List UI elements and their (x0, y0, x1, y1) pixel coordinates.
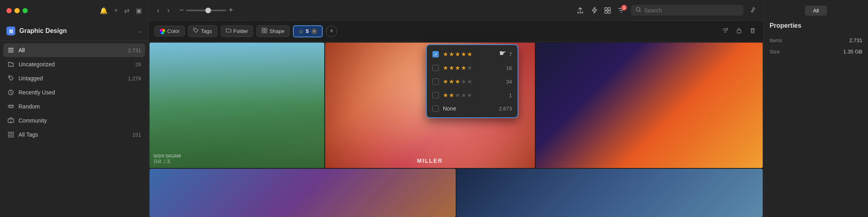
star-filter-close[interactable]: ✕ (311, 29, 317, 34)
maximize-button[interactable] (23, 8, 28, 13)
star-5-display: ★ ★ ★ ★ ★ (443, 51, 497, 58)
image-dark-art[interactable] (536, 43, 763, 168)
filter-badge: 1 (621, 5, 627, 10)
filter-button[interactable]: 1 (616, 5, 627, 16)
sidebar-nav: All 2,731 Uncategorized 29 Untagged 1,27… (0, 41, 148, 144)
forward-button[interactable]: › (164, 5, 172, 16)
shape-icon (262, 28, 267, 35)
color-dot-icon (160, 29, 165, 34)
prop-items-row: Items 2,731 (770, 35, 862, 46)
svg-rect-11 (608, 8, 610, 10)
tab-all[interactable]: All (805, 6, 827, 16)
svg-rect-17 (265, 28, 267, 30)
star-none-checkbox[interactable] (432, 105, 439, 112)
sidebar-item-random[interactable]: Random (3, 100, 145, 113)
star-filled-5: ★ (467, 51, 472, 58)
star-3-display: ★ ★ ★ ★ ★ (443, 78, 497, 85)
library-chevron-icon[interactable]: ⌄ (138, 28, 142, 34)
size-label: Size (770, 49, 780, 55)
zoom-track[interactable] (186, 10, 226, 11)
minimize-button[interactable] (14, 8, 20, 13)
folder-icon (226, 28, 231, 35)
traffic-lights (6, 8, 28, 13)
sidebar-item-community[interactable]: Community (3, 114, 145, 127)
sidebar-item-recently-used[interactable]: Recently Used (3, 86, 145, 99)
all-label: All (18, 47, 124, 53)
star-4-checkbox[interactable] (432, 65, 439, 71)
recently-used-icon (7, 89, 14, 96)
tags-filter-label: Tags (201, 28, 212, 34)
zoom-in-button[interactable]: + (229, 6, 233, 14)
back-button[interactable]: ‹ (154, 5, 162, 16)
grid-view-button[interactable] (602, 5, 613, 16)
untagged-count: 1,279 (128, 76, 141, 82)
svg-rect-6 (8, 132, 10, 134)
filter-color[interactable]: Color (154, 26, 185, 37)
community-label: Community (18, 117, 137, 124)
library-icon: ▦ (6, 27, 15, 35)
community-icon (7, 117, 14, 124)
svg-rect-8 (8, 135, 10, 137)
history-icon[interactable]: ⇄ (124, 7, 129, 14)
shape-filter-label: Shape (269, 28, 285, 34)
search-icon (636, 7, 641, 14)
all-count: 2,731 (128, 47, 141, 53)
filter-stars[interactable]: ☆ 5 ✕ (293, 25, 323, 37)
filter-shape[interactable]: Shape (256, 25, 290, 37)
close-button[interactable] (6, 8, 12, 13)
star-row-3[interactable]: ★ ★ ★ ★ ★ 34 (427, 75, 518, 88)
zoom-slider-group: − + (180, 6, 233, 14)
svg-rect-2 (8, 51, 14, 53)
folder-filter-label: Folder (233, 28, 248, 34)
star-3-checkbox[interactable] (432, 78, 439, 85)
properties-tabs: All (770, 6, 862, 16)
add-filter-button[interactable]: + (326, 26, 337, 37)
zoom-out-button[interactable]: − (180, 6, 184, 14)
filter-tags[interactable]: Tags (188, 25, 217, 37)
images-bottom-row (149, 169, 764, 217)
nav-buttons: ‹ › (154, 5, 172, 16)
bolt-button[interactable] (588, 5, 600, 16)
properties-panel: All Properties Items 2,731 Size 1.35 GB (764, 0, 868, 217)
star-2-count: 1 (501, 92, 512, 98)
filter-sort-button[interactable] (720, 25, 731, 37)
search-input[interactable] (644, 7, 725, 14)
star-5-checkbox[interactable] (432, 51, 439, 57)
sidebar-header: ▦ Graphic Design ⌄ (0, 21, 148, 41)
sidebar-item-all-tags[interactable]: All Tags 151 (3, 128, 145, 141)
filter-right-actions (720, 25, 758, 37)
svg-rect-9 (12, 135, 14, 137)
random-icon (7, 103, 14, 110)
star-row-none[interactable]: None 2,673 (427, 102, 518, 115)
sidebar-item-all[interactable]: All 2,731 (3, 43, 145, 57)
star-3-count: 34 (501, 79, 512, 85)
filter-trash-button[interactable] (747, 25, 758, 37)
star-2-checkbox[interactable] (432, 92, 439, 98)
image-landscape[interactable]: NISHI SAGAMI日目 二五 (149, 43, 324, 168)
image-bottom-2[interactable] (457, 169, 763, 217)
filter-folder[interactable]: Folder (221, 25, 254, 37)
uncategorized-label: Uncategorized (18, 61, 131, 68)
star-row-4[interactable]: ★ ★ ★ ★ ★ 16 (427, 61, 518, 75)
none-label: None (443, 105, 456, 112)
add-icon[interactable]: + (114, 7, 118, 14)
filter-lock-button[interactable] (734, 25, 744, 37)
search-bar (631, 5, 743, 16)
sidebar-toggle-icon[interactable]: ▣ (136, 7, 142, 14)
image-bottom-1[interactable] (149, 169, 456, 217)
star-filled-3: ★ (455, 51, 460, 58)
svg-rect-10 (605, 8, 607, 10)
sidebar: 🔔 + ⇄ ▣ ▦ Graphic Design ⌄ All 2,731 (0, 0, 149, 217)
share-button[interactable] (575, 5, 586, 16)
star-4-display: ★ ★ ★ ★ ★ (443, 64, 497, 72)
star-row-2[interactable]: ★ ★ ★ ★ ★ 1 (427, 88, 518, 102)
svg-rect-0 (8, 48, 14, 49)
notification-icon[interactable]: 🔔 (100, 7, 108, 14)
untagged-icon (7, 75, 14, 82)
svg-point-15 (194, 29, 195, 30)
pin-button[interactable] (747, 4, 758, 16)
sidebar-item-uncategorized[interactable]: Uncategorized 29 (3, 57, 145, 71)
all-tags-label: All Tags (18, 131, 128, 138)
sidebar-item-untagged[interactable]: Untagged 1,279 (3, 72, 145, 85)
star-row-5[interactable]: ★ ★ ★ ★ ★ 7 ☛ (427, 47, 518, 61)
